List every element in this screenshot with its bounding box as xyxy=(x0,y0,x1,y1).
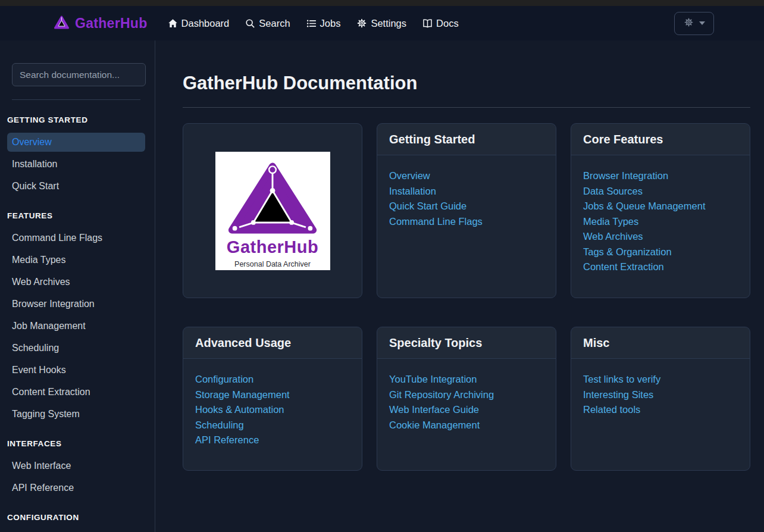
sidebar-item-installation[interactable]: Installation xyxy=(7,155,145,174)
nav-item-dashboard[interactable]: Dashboard xyxy=(168,18,230,29)
nav-item-jobs[interactable]: Jobs xyxy=(306,18,341,29)
nav-links: Dashboard Search xyxy=(168,18,459,29)
doc-link-browser-integration[interactable]: Browser Integration xyxy=(583,168,738,184)
nav-item-search[interactable]: Search xyxy=(245,18,290,29)
book-icon xyxy=(422,18,433,29)
caret-down-icon xyxy=(699,21,705,25)
doc-card-core-features: Core FeaturesBrowser IntegrationData Sou… xyxy=(571,123,750,298)
doc-link-youtube-integration[interactable]: YouTube Integration xyxy=(389,372,544,387)
card-title: Advanced Usage xyxy=(183,327,362,359)
doc-link-quick-start-guide[interactable]: Quick Start Guide xyxy=(389,199,544,214)
settings-dropdown-button[interactable] xyxy=(674,12,714,35)
doc-card-specialty-topics: Specialty TopicsYouTube IntegrationGit R… xyxy=(377,327,556,471)
doc-link-configuration[interactable]: Configuration xyxy=(195,372,350,387)
brand[interactable]: GatherHub xyxy=(54,15,148,32)
doc-link-data-sources[interactable]: Data Sources xyxy=(583,184,738,199)
card-body: Test links to verifyInteresting SitesRel… xyxy=(571,359,750,431)
card-body: ConfigurationStorage ManagementHooks & A… xyxy=(183,359,362,461)
list-icon xyxy=(306,18,317,29)
sidebar-item-tagging-system[interactable]: Tagging System xyxy=(7,405,145,424)
main-content: GatherHub Documentation xyxy=(155,40,764,532)
sidebar-item-browser-integration[interactable]: Browser Integration xyxy=(7,295,145,314)
doc-link-storage-management[interactable]: Storage Management xyxy=(195,387,350,403)
doc-link-related-tools[interactable]: Related tools xyxy=(583,402,738,418)
logo-wordmark: GatherHub xyxy=(227,237,318,257)
search-input[interactable] xyxy=(12,63,146,86)
doc-link-hooks-automation[interactable]: Hooks & Automation xyxy=(195,402,350,418)
doc-link-cookie-management[interactable]: Cookie Management xyxy=(389,418,544,433)
sidebar-item-scheduling[interactable]: Scheduling xyxy=(7,339,145,358)
card-title: Getting Started xyxy=(377,124,556,155)
doc-link-test-links-to-verify[interactable]: Test links to verify xyxy=(583,372,738,387)
doc-link-web-archives[interactable]: Web Archives xyxy=(583,229,738,245)
sidebar-item-event-hooks[interactable]: Event Hooks xyxy=(7,361,145,380)
card-title: Specialty Topics xyxy=(377,327,556,359)
sidebar-item-content-extraction[interactable]: Content Extraction xyxy=(7,383,145,402)
sidebar-section-header-configuration: CONFIGURATION xyxy=(7,513,145,522)
sidebar-item-media-types[interactable]: Media Types xyxy=(7,251,145,270)
nav-item-label: Docs xyxy=(436,18,459,29)
card-body: OverviewInstallationQuick Start GuideCom… xyxy=(377,155,556,242)
doc-link-git-repository-archiving[interactable]: Git Repository Archiving xyxy=(389,387,544,403)
title-divider xyxy=(183,107,750,108)
brand-name: GatherHub xyxy=(75,15,148,32)
sidebar-item-web-interface[interactable]: Web Interface xyxy=(7,456,145,475)
doc-card-advanced-usage: Advanced UsageConfigurationStorage Manag… xyxy=(183,327,362,471)
nav-item-label: Search xyxy=(259,18,290,29)
window-top-strip xyxy=(0,0,764,6)
card-title: Core Features xyxy=(571,124,750,155)
doc-link-tags-organization[interactable]: Tags & Organization xyxy=(583,245,738,260)
home-icon xyxy=(168,18,178,29)
doc-link-installation[interactable]: Installation xyxy=(389,184,544,199)
sidebar-section-header-getting-started: GETTING STARTED xyxy=(7,115,145,124)
sidebar-item-web-archives[interactable]: Web Archives xyxy=(7,273,145,292)
doc-link-scheduling[interactable]: Scheduling xyxy=(195,418,350,433)
gatherhub-triangle-icon xyxy=(54,15,70,32)
sidebar-item-quick-start[interactable]: Quick Start xyxy=(7,177,145,196)
nav-item-label: Dashboard xyxy=(181,18,230,29)
sidebar-divider xyxy=(12,99,140,100)
nav-item-settings[interactable]: Settings xyxy=(356,18,406,29)
card-grid: GatherHub Personal Data Archiver Getting… xyxy=(183,123,750,471)
gear-icon xyxy=(684,17,694,29)
sidebar-nav: GETTING STARTEDOverviewInstallationQuick… xyxy=(7,115,145,522)
doc-card-getting-started: Getting StartedOverviewInstallationQuick… xyxy=(377,123,556,298)
top-navbar: GatherHub Dashboard Search xyxy=(0,6,764,40)
search-icon xyxy=(245,18,255,29)
sidebar-item-overview[interactable]: Overview xyxy=(7,133,145,152)
gatherhub-logo-triangle-icon xyxy=(226,160,319,236)
sidebar-item-job-management[interactable]: Job Management xyxy=(7,317,145,336)
doc-link-api-reference[interactable]: API Reference xyxy=(195,433,350,448)
card-body: YouTube IntegrationGit Repository Archiv… xyxy=(377,359,556,446)
doc-link-interesting-sites[interactable]: Interesting Sites xyxy=(583,387,738,403)
doc-link-overview[interactable]: Overview xyxy=(389,168,544,184)
gatherhub-logo-image: GatherHub Personal Data Archiver xyxy=(215,152,330,270)
doc-link-media-types[interactable]: Media Types xyxy=(583,214,738,230)
doc-link-command-line-flags[interactable]: Command Line Flags xyxy=(389,214,544,230)
nav-item-docs[interactable]: Docs xyxy=(422,18,459,29)
docs-sidebar: GETTING STARTEDOverviewInstallationQuick… xyxy=(0,40,155,532)
doc-link-content-extraction[interactable]: Content Extraction xyxy=(583,259,738,275)
sidebar-item-command-line-flags[interactable]: Command Line Flags xyxy=(7,229,145,248)
doc-link-web-interface-guide[interactable]: Web Interface Guide xyxy=(389,402,544,418)
sidebar-section-header-features: FEATURES xyxy=(7,211,145,220)
card-title: Misc xyxy=(571,327,750,359)
sidebar-item-api-reference[interactable]: API Reference xyxy=(7,478,145,497)
nav-item-label: Jobs xyxy=(320,18,341,29)
page-title: GatherHub Documentation xyxy=(183,71,750,95)
doc-link-jobs-queue-management[interactable]: Jobs & Queue Management xyxy=(583,199,738,214)
nav-item-label: Settings xyxy=(371,18,406,29)
gear-icon xyxy=(356,18,367,29)
sidebar-section-header-interfaces: INTERFACES xyxy=(7,439,145,448)
card-body: Browser IntegrationData SourcesJobs & Qu… xyxy=(571,155,750,288)
logo-tagline: Personal Data Archiver xyxy=(234,260,311,268)
doc-card-misc: MiscTest links to verifyInteresting Site… xyxy=(571,327,750,471)
logo-card: GatherHub Personal Data Archiver xyxy=(183,123,362,298)
